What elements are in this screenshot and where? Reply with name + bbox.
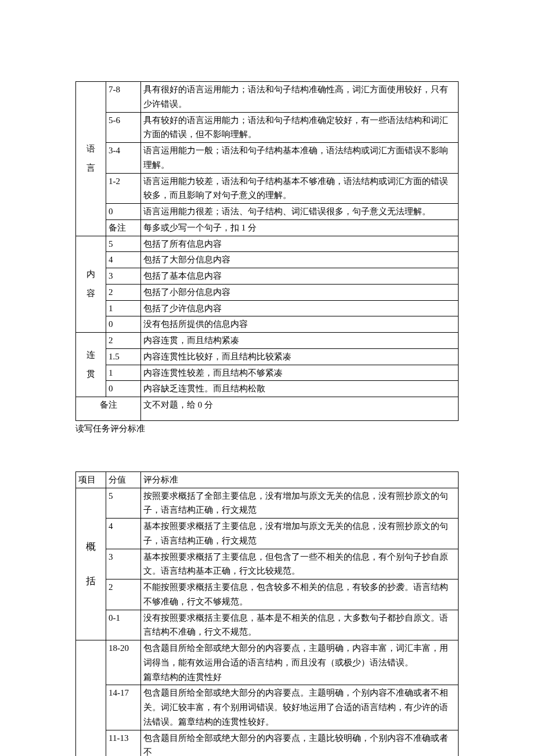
table-row: 3 基本按照要求概括了主要信息，但包含了一些不相关的信息，有个别句子抄自原文。语…: [76, 549, 459, 579]
table-row: 4 包括了大部分信息内容: [76, 252, 459, 268]
desc-cell: 不能按照要求概括主要信息，包含较多不相关的信息，有较多的抄袭。语言结构不够准确，…: [141, 579, 459, 610]
score-cell: 5-6: [106, 112, 141, 143]
rubric-table-2: 项目 分值 评分标准 概 括 5 按照要求概括了全部主要信息，没有增加与原文无关…: [75, 471, 459, 756]
score-cell: 0: [106, 204, 141, 220]
table-row: 0 没有包括所提供的信息内容: [76, 316, 459, 333]
header-col-1: 项目: [76, 471, 106, 488]
category-summary: 概 括: [76, 488, 106, 640]
desc-cell: 包括了大部分信息内容: [141, 252, 459, 268]
score-cell: 4: [106, 252, 141, 268]
table-row: 1.5 内容连贯性比较好，而且结构比较紧凑: [76, 348, 459, 365]
score-cell: 0-1: [106, 610, 141, 640]
table-row: 1-2 语言运用能力较差，语法和句子结构基本不够准确，语法结构或词汇方面的错误较…: [76, 173, 459, 204]
caption-text: 读写任务评分标准: [75, 423, 459, 434]
category-content: 内 容: [76, 236, 106, 333]
table-row: 语 言 7-8 具有很好的语言运用能力；语法和句子结构准确性高，词汇方面使用较好…: [76, 82, 459, 113]
desc-cell: 包含题目所给全部或绝大部分的内容要点，主题明确，内容丰富，词汇丰富，用词得当，能…: [141, 640, 459, 685]
desc-cell: 具有很好的语言运用能力；语法和句子结构准确性高，词汇方面使用较好，只有少许错误。: [141, 82, 459, 113]
score-cell: 18-20: [106, 640, 141, 685]
table-row: 备注 每多或少写一个句子，扣 1 分: [76, 219, 459, 236]
score-cell: 5: [106, 488, 141, 519]
desc-cell: 语言运用能力一般；语法和句子结构基本准确，语法结构或词汇方面错误不影响理解。: [141, 143, 459, 174]
desc-cell: 内容连贯性较差，而且结构不够紧凑: [141, 365, 459, 381]
footer-label: 备注: [76, 397, 141, 421]
score-cell: 3: [106, 268, 141, 285]
table-row: 14-17 包含题目所给全部或绝大部分的内容要点。主题明确，个别内容不准确或者不…: [76, 685, 459, 730]
desc-cell: 包括了所有信息内容: [141, 236, 459, 252]
score-cell: 14-17: [106, 685, 141, 730]
score-cell: 7-8: [106, 82, 141, 113]
header-col-2: 分值: [106, 471, 141, 488]
desc-cell: 包括了小部分信息内容: [141, 284, 459, 300]
desc-cell: 没有按照要求概括主要信息，基本是不相关的信息，大多数句子都抄自原文。语言结构不准…: [141, 610, 459, 640]
rubric-table-1: 语 言 7-8 具有很好的语言运用能力；语法和句子结构准确性高，词汇方面使用较好…: [75, 81, 459, 421]
table-row: 0 内容缺乏连贯性。而且结构松散: [76, 381, 459, 397]
score-cell: 0: [106, 381, 141, 397]
score-cell: 3-4: [106, 143, 141, 174]
desc-cell: 语言运用能力很差；语法、句子结构、词汇错误很多，句子意义无法理解。: [141, 204, 459, 220]
table-row: 4 基本按照要求概括了主要信息，没有增加与原文无关的信息，没有照抄原文的句子，语…: [76, 519, 459, 549]
table-row: 连 贯 2 内容连贯，而且结构紧凑: [76, 333, 459, 349]
score-cell: 1-2: [106, 173, 141, 204]
category-language: 语 言: [76, 82, 106, 236]
score-cell: 1.5: [106, 348, 141, 365]
desc-cell: 包括了少许信息内容: [141, 300, 459, 316]
table-row: 5-6 具有较好的语言运用能力；语法和句子结构准确定较好，有一些语法结构和词汇方…: [76, 112, 459, 143]
category-coherence: 连 贯: [76, 333, 106, 397]
score-cell: 4: [106, 519, 141, 549]
header-col-3: 评分标准: [141, 471, 459, 488]
score-cell: 0: [106, 316, 141, 333]
desc-cell: 包含题目所给全部或绝大部分的内容要点，主题比较明确，个别内容不准确或者不: [141, 730, 459, 756]
table-row: 3-4 语言运用能力一般；语法和句子结构基本准确，语法结构或词汇方面错误不影响理…: [76, 143, 459, 174]
score-cell: 5: [106, 236, 141, 252]
table-header-row: 项目 分值 评分标准: [76, 471, 459, 488]
table-row-footer: 备注 文不对题，给 0 分: [76, 397, 459, 421]
table-row: 2 包括了小部分信息内容: [76, 284, 459, 300]
score-cell: 备注: [106, 219, 141, 236]
table-row: 1 内容连贯性较差，而且结构不够紧凑: [76, 365, 459, 381]
table-row: 18-20 包含题目所给全部或绝大部分的内容要点，主题明确，内容丰富，词汇丰富，…: [76, 640, 459, 685]
category-writing-empty: [76, 640, 106, 757]
score-cell: 3: [106, 549, 141, 579]
footer-text: 文不对题，给 0 分: [141, 397, 459, 421]
score-cell: 2: [106, 333, 141, 349]
table-row: 内 容 5 包括了所有信息内容: [76, 236, 459, 252]
desc-cell: 内容缺乏连贯性。而且结构松散: [141, 381, 459, 397]
score-cell: 2: [106, 284, 141, 300]
table-row: 1 包括了少许信息内容: [76, 300, 459, 316]
desc-cell: 内容连贯性比较好，而且结构比较紧凑: [141, 348, 459, 365]
score-cell: 1: [106, 300, 141, 316]
desc-cell: 包括了基本信息内容: [141, 268, 459, 285]
score-cell: 11-13: [106, 730, 141, 756]
desc-cell: 基本按照要求概括了主要信息，但包含了一些不相关的信息，有个别句子抄自原文。语言结…: [141, 549, 459, 579]
desc-cell: 语言运用能力较差，语法和句子结构基本不够准确，语法结构或词汇方面的错误较多，而且…: [141, 173, 459, 204]
table-row: 0 语言运用能力很差；语法、句子结构、词汇错误很多，句子意义无法理解。: [76, 204, 459, 220]
table-row: 3 包括了基本信息内容: [76, 268, 459, 285]
desc-cell: 按照要求概括了全部主要信息，没有增加与原文无关的信息，没有照抄原文的句子，语言结…: [141, 488, 459, 519]
score-cell: 1: [106, 365, 141, 381]
desc-cell: 基本按照要求概括了主要信息，没有增加与原文无关的信息，没有照抄原文的句子，语言结…: [141, 519, 459, 549]
desc-cell: 具有较好的语言运用能力；语法和句子结构准确定较好，有一些语法结构和词汇方面的错误…: [141, 112, 459, 143]
table-row: 0-1 没有按照要求概括主要信息，基本是不相关的信息，大多数句子都抄自原文。语言…: [76, 610, 459, 640]
desc-cell: 没有包括所提供的信息内容: [141, 316, 459, 333]
score-cell: 2: [106, 579, 141, 610]
table-row: 概 括 5 按照要求概括了全部主要信息，没有增加与原文无关的信息，没有照抄原文的…: [76, 488, 459, 519]
desc-cell: 每多或少写一个句子，扣 1 分: [141, 219, 459, 236]
desc-cell: 包含题目所给全部或绝大部分的内容要点。主题明确，个别内容不准确或者不相关。词汇较…: [141, 685, 459, 730]
desc-cell: 内容连贯，而且结构紧凑: [141, 333, 459, 349]
table-row: 2 不能按照要求概括主要信息，包含较多不相关的信息，有较多的抄袭。语言结构不够准…: [76, 579, 459, 610]
table-row: 11-13 包含题目所给全部或绝大部分的内容要点，主题比较明确，个别内容不准确或…: [76, 730, 459, 756]
